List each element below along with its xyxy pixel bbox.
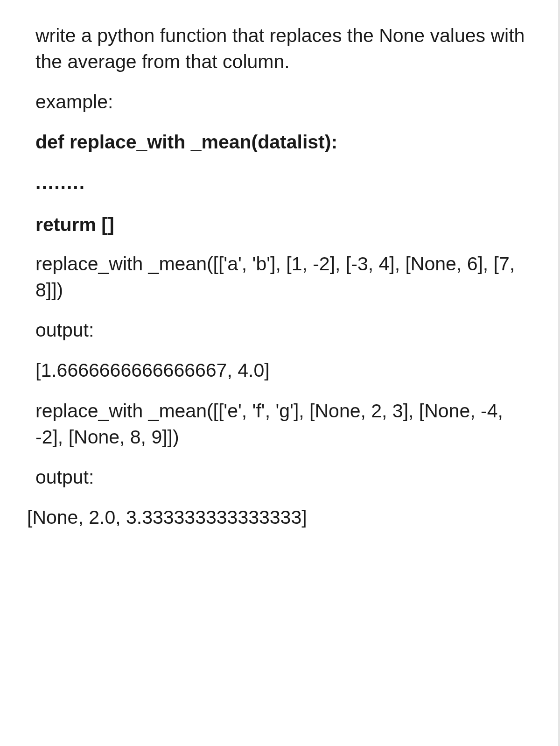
- example-output-1: [1.6666666666666667, 4.0]: [35, 357, 526, 383]
- ellipsis-dots: ........: [35, 169, 526, 196]
- example-output-2: [None, 2.0, 3.333333333333333]: [27, 504, 526, 530]
- example-call-1: replace_with _mean([['a', 'b'], [1, -2],…: [35, 251, 526, 303]
- example-call-2: replace_with _mean([['e', 'f', 'g'], [No…: [35, 398, 526, 450]
- output-label-1: output:: [35, 317, 526, 343]
- function-signature: def replace_with _mean(datalist):: [35, 129, 526, 155]
- question-prompt: write a python function that replaces th…: [35, 22, 526, 75]
- output-label-2: output:: [35, 464, 526, 490]
- example-label: example:: [35, 89, 526, 115]
- document-page: write a python function that replaces th…: [0, 0, 560, 746]
- return-statement: returm []: [35, 211, 526, 238]
